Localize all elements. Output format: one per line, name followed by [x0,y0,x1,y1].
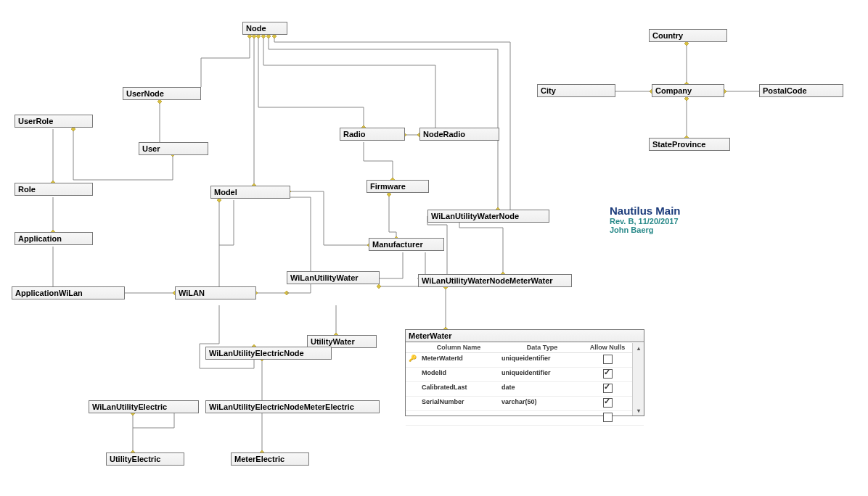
entity-meterwater[interactable]: MeterWater Column Name Data Type Allow N… [405,329,644,416]
entity-firmware[interactable]: Firmware [367,180,429,193]
cell-column-name: ModelId [419,368,499,382]
table-row[interactable]: ModelIduniqueidentifier [406,368,644,382]
entity-usernode[interactable]: UserNode [123,87,201,100]
title-block: Nautilus Main Rev. B, 11/20/2017 John Ba… [610,204,681,234]
cell-column-name: CalibratedLast [419,382,499,397]
key-icon [406,411,419,426]
entity-wilanutilitywaternodemeterwater[interactable]: WiLanUtilityWaterNodeMeterWater [418,274,572,287]
cell-data-type [499,411,586,426]
cell-data-type: date [499,382,586,397]
entity-postalcode[interactable]: PostalCode [759,84,843,97]
table-row[interactable]: CalibratedLastdate [406,382,644,397]
cell-data-type: uniqueidentifier [499,353,586,368]
entity-wilanutilitywater[interactable]: WiLanUtilityWater [287,271,380,284]
diagram-revision: Rev. B, 11/20/2017 [610,217,681,226]
entity-applicationwilan[interactable]: ApplicationWiLan [12,286,125,299]
cell-data-type: uniqueidentifier [499,368,586,382]
cell-column-name: SerialNumber [419,397,499,411]
entity-noderadio[interactable]: NodeRadio [419,128,499,141]
entity-wilanutilityelectric[interactable]: WiLanUtilityElectric [89,400,199,413]
entity-role[interactable]: Role [15,183,93,196]
entity-radio[interactable]: Radio [340,128,405,141]
col-header-type: Data Type [499,342,586,353]
key-icon: 🔑 [406,353,419,368]
cell-allow-nulls[interactable] [586,368,629,382]
diagram-canvas: Node UserNode UserRole User Role Applica… [0,0,868,496]
col-header-nulls: Allow Nulls [586,342,629,353]
cell-column-name [419,411,499,426]
scroll-up-icon[interactable]: ▴ [633,343,644,353]
entity-meterelectric[interactable]: MeterElectric [231,452,309,466]
entity-meterwater-header: MeterWater [406,330,644,342]
entity-company[interactable]: Company [652,84,724,97]
entity-utilityelectric[interactable]: UtilityElectric [106,452,184,466]
scroll-down-icon[interactable]: ▾ [633,405,644,416]
entity-manufacturer[interactable]: Manufacturer [369,238,444,251]
cell-data-type: varchar(50) [499,397,586,411]
entity-city[interactable]: City [537,84,615,97]
entity-wilanutilitywaternode[interactable]: WiLanUtilityWaterNode [427,210,549,223]
meterwater-scrollbar[interactable]: ▴ ▾ [632,343,644,416]
table-row[interactable]: SerialNumbervarchar(50) [406,397,644,411]
entity-wilan[interactable]: WiLAN [175,286,256,299]
key-icon [406,382,419,397]
key-icon [406,368,419,382]
entity-model[interactable]: Model [210,186,290,199]
entity-stateprovince[interactable]: StateProvince [649,138,730,151]
cell-allow-nulls[interactable] [586,397,629,411]
entity-application[interactable]: Application [15,232,93,245]
entity-country[interactable]: Country [649,29,727,42]
cell-column-name: MeterWaterId [419,353,499,368]
entity-user[interactable]: User [139,142,208,155]
cell-allow-nulls[interactable] [586,411,629,426]
diagram-title: Nautilus Main [610,204,681,217]
table-row[interactable]: 🔑MeterWaterIduniqueidentifier [406,353,644,368]
entity-wilanutilityelectricnode[interactable]: WiLanUtilityElectricNode [205,347,332,360]
entity-userrole[interactable]: UserRole [15,115,93,128]
col-header-name: Column Name [419,342,499,353]
cell-allow-nulls[interactable] [586,353,629,368]
cell-allow-nulls[interactable] [586,382,629,397]
entity-wilanutilityelectricnodemeterelectric[interactable]: WiLanUtilityElectricNodeMeterElectric [205,400,380,413]
meterwater-grid: Column Name Data Type Allow Nulls [406,342,644,353]
table-row[interactable] [406,411,644,426]
entity-node[interactable]: Node [242,22,287,35]
key-icon [406,397,419,411]
diagram-author: John Baerg [610,226,681,234]
